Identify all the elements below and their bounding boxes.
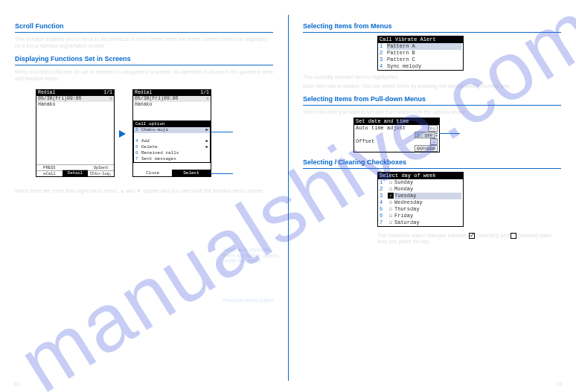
scr1-sk-bl: ✉Call [36,171,63,177]
phone-screen-menu: Redial 1/1 05/30(Fri)09:06 ☆ Hanako Call… [132,89,211,177]
menu-close[interactable]: Close [133,170,172,176]
day-item[interactable]: 4☐Wednesday [378,199,463,206]
scr2-title: Redial [135,90,152,96]
scr1-date: 05/30(Fri)09:06 [38,96,82,102]
scr1-sk-tr: OpSent [88,165,114,171]
datetime-row[interactable]: Offset + [354,138,439,145]
annotation-submenu: When ▶ is displayed, there are further o… [223,247,283,263]
day-item[interactable]: 1☐Sunday [378,179,463,186]
submenu-icon: ▶ [205,127,208,133]
checkbox-icon: ☐ [387,213,394,219]
scr2-date: 05/30(Fri)09:06 [135,96,179,102]
scr2-name: Hanako [133,102,211,108]
scr1-sk-br: Chku-log, [88,171,114,177]
info-pulldown: Select the item you want to set and then… [303,109,561,115]
checkbox-icon: ✓ [387,193,394,199]
heading-funcset: Displaying Functions Set in Screens [15,55,273,65]
vibrate-item[interactable]: 1Pattern A [378,43,463,50]
menu-select[interactable]: Select [172,170,211,176]
day-item[interactable]: 6☐Friday [378,213,463,219]
scr1-sk-tl: PRESS [36,165,63,171]
page-number-right: 33 [556,381,563,388]
vibrate-item[interactable]: 4Sync melody [378,63,463,70]
day-item[interactable]: 3✓Tuesday [378,193,463,199]
scr1-star-icon: ☆ [109,96,112,102]
checkbox-icon: ☐ [387,219,394,226]
day-item[interactable]: 5☐Thursday [378,206,463,213]
datetime-title: Set date and time [354,118,439,125]
value-plus: + [430,138,438,145]
menu-item[interactable]: 2 Chaku-moji ▶ [134,127,210,133]
page-spread: Scroll Function This function enables yo… [0,0,576,392]
heading-scroll: Scroll Function [15,22,273,33]
screens-row: Redial 1/1 05/30(Fri)09:06 ☆ Hanako PRES… [36,89,273,177]
menu-item[interactable]: 7 Sent messages [134,156,210,162]
heading-checkbox: Selecting / Clearing Checkboxes [303,158,561,169]
annotation-line [439,133,460,134]
checkbox-icon: ☐ [387,186,394,193]
day-item[interactable]: 2☐Monday [378,186,463,193]
vibrate-item[interactable]: 3Pattern C [378,57,463,63]
scr2-page: 1/1 [200,90,209,96]
menu-item[interactable]: 4 Add ▶ [134,138,210,144]
para-funcset: When a function that can be set or opera… [15,68,273,82]
datetime-row[interactable]: Auto time adjust ON [354,125,439,132]
submenu-icon: ▶ [205,138,208,144]
annotation-funcmenu: Function menu button [223,298,274,303]
spinner-icon[interactable]: ▲▼ [436,132,438,138]
heading-pulldown: Selecting Items from Pull-down Menus [303,95,561,106]
checkbox-checked-icon [469,233,475,239]
info-vib1: The currently selected item is highlight… [303,74,561,80]
checkbox-note: The checkbox status changes between (sel… [377,233,561,244]
vibrate-title: Call Vibrate Alert [378,36,463,43]
info-scroll-menu: When there are more than eight menu item… [15,187,273,194]
scr1-page: 1/1 [103,90,112,96]
scr1-name: Hanako [36,102,114,108]
checkbox-icon: ☐ [387,206,394,213]
day-item[interactable]: 7☐Saturday [378,219,463,226]
scr1-title: Redial [38,90,55,96]
menu-item[interactable]: 6 Received calls [134,150,210,156]
page-number-left: 32 [13,381,20,388]
scr1-sk-c: Detail [63,170,89,176]
value-offset: 00h00m [415,145,438,152]
checkbox-icon: ☐ [387,199,394,206]
datetime-offset: 00h00m [354,145,439,152]
value-on: ON [428,125,438,132]
days-title: Select day of week [378,173,463,179]
vibrate-item[interactable]: 2Pattern B [378,50,463,57]
function-menu-popup: Call option 2 Chaku-moji ▶ 4 Add ▶ [133,121,211,163]
phone-screen-redial: Redial 1/1 05/30(Fri)09:06 ☆ Hanako PRES… [36,89,115,177]
left-column: Scroll Function This function enables yo… [0,0,288,392]
heading-select-menu: Selecting Items from Menus [303,22,561,33]
checkbox-icon: ☐ [387,179,394,186]
checkbox-empty-icon [511,233,516,239]
right-column: Selecting Items from Menus Call Vibrate … [288,0,576,392]
arrow-right-icon [119,128,128,138]
info-vib2: Each item has a number. You can select i… [303,83,561,89]
para-scroll: This function enables you to scroll to t… [15,36,273,49]
menu-item[interactable]: 5 Delete ▶ [134,144,210,150]
screen-select-day: Select day of week 1☐Sunday 2☐Monday 3✓T… [377,172,464,227]
submenu-icon: ▶ [205,144,208,150]
scr2-star-icon: ☆ [206,96,209,102]
value-off: 2: OFF [415,132,435,138]
screen-vibrate-alert: Call Vibrate Alert 1Pattern A 2Pattern B… [377,36,464,71]
datetime-row[interactable]: 2: OFF ▲▼ [354,132,439,138]
screen-set-date-time: Set date and time Auto time adjust ON 2:… [353,118,440,152]
menu-header: Call option [134,121,210,127]
